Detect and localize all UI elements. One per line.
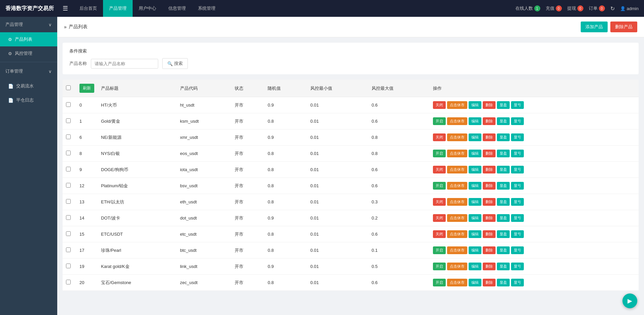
edit-button[interactable]: 编辑 — [469, 150, 481, 157]
show-loss-button[interactable]: 显亏 — [511, 150, 524, 157]
show-profit-button[interactable]: 显盈 — [497, 101, 510, 109]
edit-button[interactable]: 编辑 — [469, 279, 481, 286]
edit-button[interactable]: 编辑 — [469, 198, 481, 206]
delete-button[interactable]: 删除 — [483, 101, 496, 109]
withdraw-badge[interactable]: 提现 0 — [567, 5, 583, 11]
suspend-button[interactable]: 点击休市 — [447, 117, 467, 125]
online-count-badge[interactable]: 在线人数 1 — [515, 5, 540, 11]
delete-button[interactable]: 删除 — [483, 150, 496, 157]
show-profit-button[interactable]: 显盈 — [497, 263, 510, 270]
order-badge[interactable]: 订单 0 — [589, 5, 605, 11]
show-profit-button[interactable]: 显盈 — [497, 117, 510, 125]
suspend-button[interactable]: 点击休市 — [447, 166, 467, 173]
row-checkbox[interactable] — [66, 231, 71, 236]
sidebar-item-close-log[interactable]: 📄 平仓日志 — [0, 93, 57, 107]
edit-button[interactable]: 编辑 — [469, 182, 481, 190]
toggle-status-button[interactable]: 关闭 — [433, 133, 446, 141]
show-profit-button[interactable]: 显盈 — [497, 133, 510, 141]
nav-item-home[interactable]: 后台首页 — [73, 0, 103, 17]
show-profit-button[interactable]: 显盈 — [497, 150, 510, 157]
refresh-icon[interactable]: ↻ — [610, 5, 615, 12]
suspend-button[interactable]: 点击休市 — [447, 246, 467, 254]
show-loss-button[interactable]: 显亏 — [511, 182, 524, 190]
row-checkbox[interactable] — [66, 215, 71, 220]
recharge-badge[interactable]: 充值 0 — [546, 5, 562, 11]
delete-button[interactable]: 删除 — [483, 246, 496, 254]
delete-button[interactable]: 删除 — [483, 133, 496, 141]
show-loss-button[interactable]: 显亏 — [511, 279, 524, 286]
sidebar-item-trade-flow[interactable]: 📄 交易流水 — [0, 79, 57, 93]
show-loss-button[interactable]: 显亏 — [511, 166, 524, 173]
edit-button[interactable]: 编辑 — [469, 117, 481, 125]
toggle-status-button[interactable]: 关闭 — [433, 101, 446, 109]
toggle-status-button[interactable]: 关闭 — [433, 214, 446, 222]
suspend-button[interactable]: 点击休市 — [447, 133, 467, 141]
show-loss-button[interactable]: 显亏 — [511, 214, 524, 222]
show-loss-button[interactable]: 显亏 — [511, 230, 524, 238]
sidebar-group-product[interactable]: 产品管理 ∨ — [0, 17, 57, 32]
edit-button[interactable]: 编辑 — [469, 133, 481, 141]
show-loss-button[interactable]: 显亏 — [511, 117, 524, 125]
search-button[interactable]: 🔍 搜索 — [162, 58, 188, 69]
suspend-button[interactable]: 点击休市 — [447, 182, 467, 190]
delete-button[interactable]: 删除 — [483, 182, 496, 190]
search-input[interactable] — [91, 59, 158, 69]
nav-item-system[interactable]: 系统管理 — [192, 0, 222, 17]
sidebar-item-product-list[interactable]: ⚙ 产品列表 — [0, 32, 57, 46]
suspend-button[interactable]: 点击休市 — [447, 150, 467, 157]
edit-button[interactable]: 编辑 — [469, 246, 481, 254]
toggle-status-button[interactable]: 开启 — [433, 182, 446, 190]
refresh-table-button[interactable]: 刷新 — [79, 84, 94, 93]
suspend-button[interactable]: 点击休市 — [447, 101, 467, 109]
suspend-button[interactable]: 点击休市 — [447, 230, 467, 238]
edit-button[interactable]: 编辑 — [469, 101, 481, 109]
show-profit-button[interactable]: 显盈 — [497, 279, 510, 286]
edit-button[interactable]: 编辑 — [469, 214, 481, 222]
delete-button[interactable]: 删除 — [483, 279, 496, 286]
nav-item-info[interactable]: 信息管理 — [162, 0, 192, 17]
add-product-button[interactable]: 添加产品 — [581, 22, 608, 32]
toggle-status-button[interactable]: 开启 — [433, 117, 446, 125]
toggle-status-button[interactable]: 关闭 — [433, 230, 446, 238]
row-checkbox[interactable] — [66, 167, 71, 171]
toggle-status-button[interactable]: 开启 — [433, 150, 446, 157]
row-checkbox[interactable] — [66, 118, 71, 123]
delete-button[interactable]: 删除 — [483, 263, 496, 270]
edit-button[interactable]: 编辑 — [469, 263, 481, 270]
show-loss-button[interactable]: 显亏 — [511, 101, 524, 109]
toggle-status-button[interactable]: 关闭 — [433, 198, 446, 206]
delete-button[interactable]: 删除 — [483, 214, 496, 222]
delete-button[interactable]: 删除 — [483, 198, 496, 206]
edit-button[interactable]: 编辑 — [469, 166, 481, 173]
suspend-button[interactable]: 点击休市 — [447, 263, 467, 270]
toggle-status-button[interactable]: 开启 — [433, 246, 446, 254]
show-profit-button[interactable]: 显盈 — [497, 214, 510, 222]
sidebar-item-risk-control[interactable]: ⚙ 风控管理 — [0, 46, 57, 61]
suspend-button[interactable]: 点击休市 — [447, 198, 467, 206]
edit-button[interactable]: 编辑 — [469, 230, 481, 238]
row-checkbox[interactable] — [66, 151, 71, 155]
admin-user-area[interactable]: 👤 admin — [620, 6, 639, 11]
delete-button[interactable]: 删除 — [483, 117, 496, 125]
show-loss-button[interactable]: 显亏 — [511, 263, 524, 270]
row-checkbox[interactable] — [66, 280, 71, 284]
row-checkbox[interactable] — [66, 199, 71, 204]
show-profit-button[interactable]: 显盈 — [497, 198, 510, 206]
float-button[interactable]: ▶ — [622, 293, 637, 308]
nav-item-user[interactable]: 用户中心 — [133, 0, 162, 17]
show-loss-button[interactable]: 显亏 — [511, 246, 524, 254]
toggle-status-button[interactable]: 关闭 — [433, 166, 446, 173]
sidebar-group-order[interactable]: 订单管理 ∨ — [0, 64, 57, 79]
row-checkbox[interactable] — [66, 102, 71, 107]
row-checkbox[interactable] — [66, 264, 71, 268]
suspend-button[interactable]: 点击休市 — [447, 279, 467, 286]
toggle-status-button[interactable]: 开启 — [433, 263, 446, 270]
nav-item-product[interactable]: 产品管理 — [103, 0, 133, 17]
row-checkbox[interactable] — [66, 134, 71, 139]
toggle-status-button[interactable]: 开启 — [433, 279, 446, 286]
delete-button[interactable]: 删除 — [483, 166, 496, 173]
show-loss-button[interactable]: 显亏 — [511, 133, 524, 141]
show-profit-button[interactable]: 显盈 — [497, 166, 510, 173]
menu-toggle-icon[interactable]: ☰ — [63, 5, 68, 12]
delete-button[interactable]: 删除 — [483, 230, 496, 238]
